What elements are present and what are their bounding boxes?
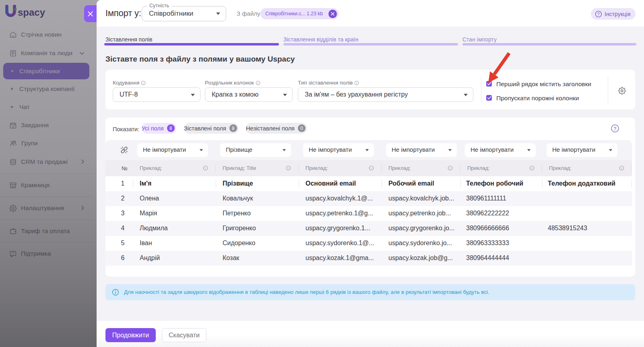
svg-text:i: i (356, 81, 357, 85)
svg-text:i: i (371, 166, 372, 170)
svg-text:i: i (143, 81, 144, 85)
svg-text:?: ? (597, 12, 600, 16)
svg-text:i: i (450, 166, 450, 170)
svg-text:i: i (288, 166, 289, 170)
svg-text:i: i (621, 166, 622, 170)
svg-text:i: i (257, 81, 258, 85)
svg-text:i: i (205, 166, 206, 170)
svg-text:?: ? (613, 126, 617, 132)
svg-text:i: i (531, 166, 532, 170)
